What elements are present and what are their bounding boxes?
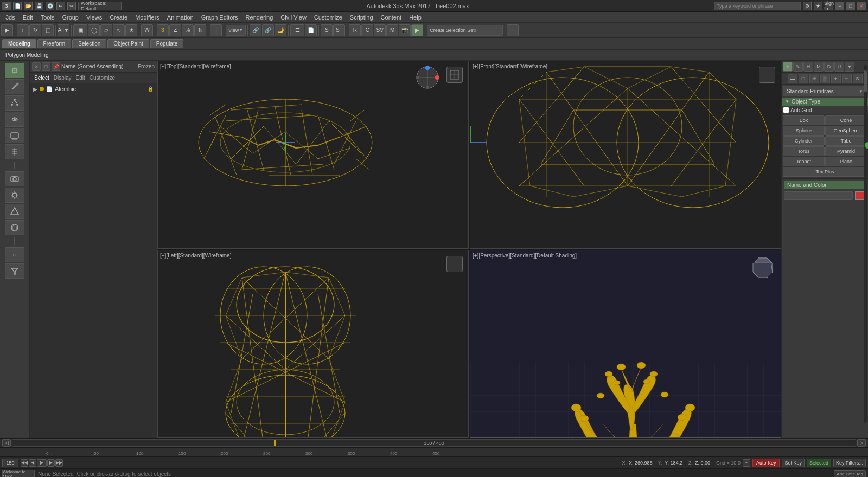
select-move-btn[interactable]: ↕: [17, 24, 29, 36]
rp-obj-torus[interactable]: Torus: [783, 146, 825, 156]
timebar-track[interactable]: 150 / 480: [12, 439, 856, 447]
schematic-view-btn[interactable]: SV: [374, 24, 386, 36]
utilities-panel-btn[interactable]: [5, 144, 24, 159]
rp-obj-box[interactable]: Box: [783, 115, 825, 125]
render-setup-btn[interactable]: 📸: [399, 24, 411, 36]
rp-obj-textplus[interactable]: TextPlus: [783, 167, 867, 177]
select-filter-btn[interactable]: All▼: [58, 24, 69, 36]
menu-help[interactable]: Help: [406, 14, 425, 21]
menu-rendering[interactable]: Rendering: [242, 14, 277, 21]
menu-scripting[interactable]: Scripting: [347, 14, 376, 21]
open-btn[interactable]: 📂: [24, 2, 33, 10]
menu-group[interactable]: Group: [59, 14, 82, 21]
select-scale-btn[interactable]: ◫: [42, 24, 54, 36]
rp-helper-btn[interactable]: +: [831, 74, 841, 83]
paint-select-btn[interactable]: ★: [125, 24, 137, 36]
menu-create[interactable]: Create: [106, 14, 131, 21]
unlink-btn[interactable]: 🔗: [262, 24, 274, 36]
link-btn[interactable]: 🔗: [250, 24, 261, 36]
rp-more-tab[interactable]: ▼: [845, 62, 854, 72]
rp-motion-tab[interactable]: M: [814, 62, 824, 72]
rp-create-tab[interactable]: +: [783, 62, 793, 72]
fence-select-btn[interactable]: ▱: [100, 24, 112, 36]
render-btn[interactable]: ▶: [411, 24, 423, 36]
menu-tools[interactable]: Tools: [37, 14, 58, 21]
filter-edit[interactable]: Edit: [74, 75, 87, 81]
rp-obj-cylinder[interactable]: Cylinder: [783, 136, 825, 146]
vp-top-navgizmo[interactable]: [446, 67, 463, 83]
rp-systems-btn[interactable]: S: [853, 74, 863, 83]
rp-obj-tube[interactable]: Tube: [825, 136, 867, 146]
window-crossing-btn[interactable]: W: [141, 24, 153, 36]
menu-views[interactable]: Views: [83, 14, 105, 21]
welcome-btn[interactable]: Welcome to MAX: [2, 470, 35, 478]
auto-key-btn[interactable]: Auto Key: [752, 459, 780, 467]
redo-btn[interactable]: ↪: [67, 2, 76, 10]
outliner-item-alembic[interactable]: ▶ 📄 Alembic 🔒: [31, 85, 156, 93]
create-selection-set[interactable]: Create Selection Set!: [427, 25, 503, 36]
more-tools-btn[interactable]: ⋯: [507, 24, 519, 36]
menu-grapheditors[interactable]: Graph Editors: [198, 14, 241, 21]
filter-display[interactable]: Display: [52, 75, 74, 81]
camera-btn[interactable]: [5, 171, 24, 186]
scene-states-btn[interactable]: S: [321, 24, 333, 36]
set-key-btn[interactable]: Set Key: [782, 459, 805, 467]
rp-autogrid-checkbox[interactable]: [783, 107, 789, 113]
menu-animation[interactable]: Animation: [164, 14, 197, 21]
light-btn[interactable]: [5, 188, 24, 203]
play-btn[interactable]: ▶: [37, 459, 47, 467]
settings-btn[interactable]: ⚙: [803, 2, 812, 10]
material-editor-btn[interactable]: M: [386, 24, 398, 36]
rp-spacewarp-btn[interactable]: ~: [842, 74, 852, 83]
prev-frame-btn[interactable]: ◀: [29, 459, 36, 467]
save-btn[interactable]: 💾: [35, 2, 43, 10]
ol-pin-btn[interactable]: 📌: [52, 62, 60, 71]
vp-top-orient-gizmo[interactable]: [414, 64, 441, 91]
object-paint-tab[interactable]: Object Paint: [107, 39, 149, 48]
maximize-btn[interactable]: □: [846, 2, 855, 10]
max-quad-btn[interactable]: Q: [5, 247, 24, 262]
ribbon-btn[interactable]: R: [349, 24, 361, 36]
display-panel-btn[interactable]: [5, 128, 24, 143]
populate-tab[interactable]: Populate: [150, 39, 183, 48]
rp-obj-geosphere[interactable]: GeoSphere: [825, 126, 867, 136]
layers-btn[interactable]: ☰: [290, 24, 304, 36]
freeform-tab[interactable]: Freeform: [37, 39, 72, 48]
rp-shape-btn[interactable]: □: [799, 74, 808, 83]
rp-obj-sphere[interactable]: Sphere: [783, 126, 825, 136]
hierarchy-panel-btn[interactable]: [5, 95, 24, 111]
rp-cam-btn[interactable]: ▒: [820, 74, 830, 83]
layer-manager-btn[interactable]: 📄: [305, 24, 317, 36]
viewport-perspective[interactable]: [+][Perspective][Standard][Default Shadi…: [470, 250, 781, 438]
circular-select-btn[interactable]: ◯: [88, 24, 100, 36]
menu-customize[interactable]: Customize: [311, 14, 346, 21]
create-panel-btn[interactable]: [5, 63, 24, 78]
viewport-left[interactable]: [+][Left][Standard][Wireframe]: [157, 250, 469, 438]
timebar-left-btn[interactable]: ◁: [2, 439, 11, 447]
filter-select[interactable]: Select: [32, 75, 52, 81]
select-rotate-btn[interactable]: ↻: [29, 24, 41, 36]
go-start-btn[interactable]: ◀◀: [21, 459, 28, 467]
select-tool-btn[interactable]: ▶: [1, 24, 13, 36]
rp-obj-cone[interactable]: Cone: [825, 115, 867, 125]
modify-panel-btn[interactable]: [5, 79, 24, 94]
view-dropdown[interactable]: View ▼: [226, 25, 246, 36]
align-btn[interactable]: ⁝: [210, 24, 222, 36]
modeling-tab[interactable]: Modeling: [2, 39, 36, 48]
rp-name-input[interactable]: [784, 191, 853, 200]
menu-edit[interactable]: Edit: [20, 14, 36, 21]
percent-snap-btn[interactable]: %: [182, 24, 194, 36]
favorites-btn[interactable]: ★: [814, 2, 822, 10]
go-end-btn[interactable]: ▶▶: [55, 459, 63, 467]
rectangle-select-btn[interactable]: ▣: [73, 24, 87, 36]
rp-name-color-header[interactable]: Name and Color: [784, 181, 866, 189]
menu-3ds[interactable]: 3ds: [2, 14, 18, 21]
rp-light-btn[interactable]: ☀: [809, 74, 819, 83]
workspace-selector[interactable]: Workspace: Default: [78, 2, 122, 10]
rp-display-tab[interactable]: D: [824, 62, 834, 72]
selected-badge[interactable]: Selected: [807, 459, 831, 467]
vp-front-navgizmo[interactable]: [759, 67, 775, 83]
timebar-right-btn[interactable]: ▷: [857, 439, 866, 447]
geometry-btn[interactable]: [5, 204, 24, 219]
rp-scrollthumb[interactable]: [864, 70, 867, 92]
